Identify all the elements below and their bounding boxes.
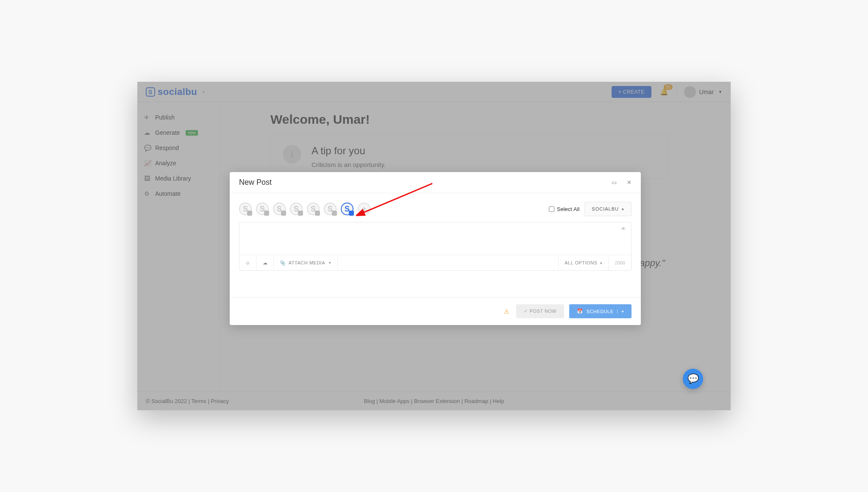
account-avatar-6[interactable]: S [341,203,353,215]
topbar-right: + CREATE 🔔 55 Umar ▼ [612,86,722,98]
username: Umar [699,89,714,95]
logo[interactable]: S socialbu ● [146,86,205,97]
tip-body: Criticism is an opportunity. [312,161,386,168]
sidebar-item-automate[interactable]: ⚙ Automate [137,186,219,201]
add-account-button[interactable]: + [358,203,370,215]
source-dropdown[interactable]: SOCIALBU ▾ [584,202,632,216]
modal-title: New Post [239,178,272,187]
sidebar-item-respond[interactable]: 💬 Respond [137,140,219,156]
notifications-button[interactable]: 🔔 55 [660,88,668,96]
footer-left[interactable]: © SocialBu 2022 | Terms | Privacy [146,398,229,404]
logo-icon: S [146,87,155,97]
platform-badge-icon [247,211,252,216]
footer: © SocialBu 2022 | Terms | Privacy Blog |… [137,392,731,410]
chart-icon: 📈 [144,160,151,167]
modal-header: New Post ▭ ✕ [230,172,641,193]
platform-badge-icon [349,211,354,216]
sidebar-item-media-library[interactable]: 🖼 Media Library [137,171,219,186]
account-avatar-2[interactable]: S [273,203,286,215]
paperclip-icon: 📎 [280,260,286,266]
gear-icon: ⚙ [144,190,151,197]
platform-badge-icon [332,211,337,216]
sidebar: ✈ Publish ☁ Generate new 💬 Respond 📈 Ana… [137,102,220,392]
notification-badge: 55 [664,84,673,90]
tip-title: A tip for you [312,145,386,157]
brand-name: socialbu [158,86,197,97]
chat-icon: 💬 [687,373,699,384]
account-avatar-4[interactable]: S [307,203,320,215]
accounts-row: SSSSSSS+ Select All SOCIALBU ▾ [239,202,632,216]
warning-icon: ⚠ [504,308,509,315]
calendar-icon: 📅 [577,309,583,314]
sidebar-item-label: Analyze [155,160,176,167]
modal-body: SSSSSSS+ Select All SOCIALBU ▾ 👁 [230,193,641,297]
all-options-button[interactable]: ALL OPTIONS ▾ [558,256,608,270]
topbar: S socialbu ● + CREATE 🔔 55 Umar ▼ [137,82,731,102]
platform-badge-icon [264,211,269,216]
maximize-icon[interactable]: ▭ [612,179,617,186]
sidebar-item-label: Publish [155,114,175,121]
select-all-input[interactable] [549,206,554,212]
select-all-label: Select All [557,206,579,212]
platform-badge-icon [315,211,320,216]
chevron-down-icon[interactable]: ▾ [617,309,624,314]
eye-icon[interactable]: 👁 [621,226,626,232]
sidebar-item-label: Automate [155,190,181,197]
char-counter: 2000 [609,255,631,270]
chevron-down-icon: ▾ [600,261,603,265]
attach-media-button[interactable]: 📎 ATTACH MEDIA ▾ [274,256,337,270]
chevron-down-icon: ▼ [718,90,722,94]
platform-badge-icon [281,211,286,216]
account-avatar-0[interactable]: S [239,203,252,215]
select-all-checkbox[interactable]: Select All [549,206,579,212]
cloud-button[interactable]: ☁ [257,256,274,270]
chat-icon: 💬 [144,145,151,151]
sidebar-item-generate[interactable]: ☁ Generate new [137,125,219,140]
emoji-button[interactable]: ☺ [239,256,257,270]
composer-footer: ☺ ☁ 📎 ATTACH MEDIA ▾ ALL OPTIONS ▾ [239,255,631,270]
status-dot: ● [202,89,205,94]
modal-footer: ⚠ ✓ POST NOW 📅 SCHEDULE ▾ [230,297,641,325]
sidebar-item-label: Respond [155,145,179,151]
post-now-button[interactable]: ✓ POST NOW [516,304,564,318]
chevron-down-icon: ▾ [622,207,624,211]
create-button[interactable]: + CREATE [612,86,651,98]
schedule-button[interactable]: 📅 SCHEDULE ▾ [569,304,632,318]
sidebar-item-label: Generate [155,129,180,136]
partial-quote: appy." [640,258,665,269]
composer-textarea[interactable]: 👁 [239,222,631,255]
account-avatar-3[interactable]: S [290,203,303,215]
help-chat-button[interactable]: 💬 [683,369,703,389]
check-icon: ✓ [524,309,529,314]
account-avatar-1[interactable]: S [256,203,269,215]
sidebar-item-analyze[interactable]: 📈 Analyze [137,156,219,171]
account-avatar-5[interactable]: S [324,203,337,215]
app-frame: S socialbu ● + CREATE 🔔 55 Umar ▼ ✈ Publ… [137,82,731,410]
account-list: SSSSSSS+ [239,203,370,215]
paper-plane-icon: ✈ [144,114,151,121]
footer-center[interactable]: Blog | Mobile Apps | Browser Extension |… [364,398,504,404]
new-post-modal: New Post ▭ ✕ SSSSSSS+ Select All SOCIALB… [230,172,641,325]
page-title: Welcome, Umar! [270,112,731,127]
avatar [684,86,696,98]
composer: 👁 ☺ ☁ 📎 ATTACH MEDIA ▾ ALL O [239,222,632,271]
platform-badge-icon [298,211,303,216]
new-tag: new [186,130,198,136]
image-icon: 🖼 [144,175,151,182]
user-menu[interactable]: Umar ▼ [677,86,722,98]
bulb-icon: i [283,145,301,164]
sidebar-item-label: Media Library [155,175,191,182]
cloud-icon: ☁ [144,129,151,136]
chevron-down-icon: ▾ [329,261,331,265]
sidebar-item-publish[interactable]: ✈ Publish [137,110,219,125]
close-icon[interactable]: ✕ [627,179,632,186]
